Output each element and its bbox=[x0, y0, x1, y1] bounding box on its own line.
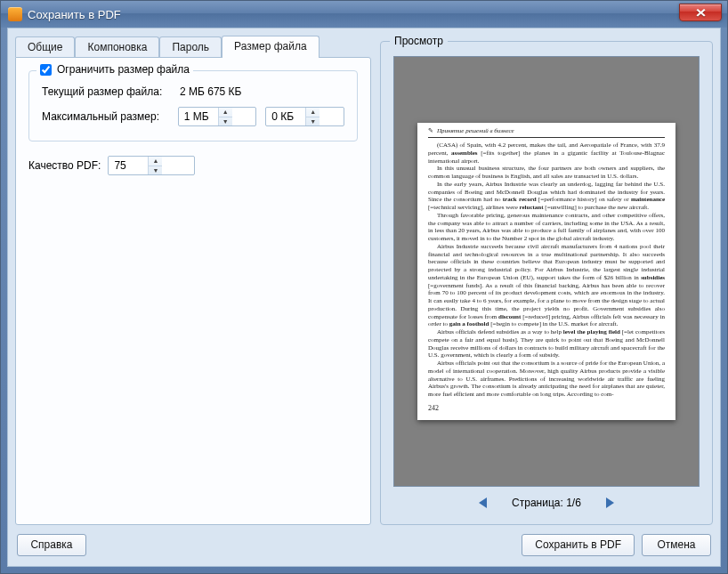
spinner-down-icon[interactable]: ▼ bbox=[306, 117, 320, 126]
max-size-label: Максимальный размер: bbox=[42, 110, 178, 123]
client-area: Общие Компоновка Пароль Размер файла Огр… bbox=[7, 28, 721, 567]
preview-viewport[interactable]: Принятие решений в бизнесе (CASA) of Spa… bbox=[393, 56, 700, 487]
page-indicator: Страница: 1/6 bbox=[512, 497, 581, 509]
tab-general[interactable]: Общие bbox=[15, 36, 75, 57]
preview-page-number: 242 bbox=[428, 404, 665, 413]
max-size-kb-spinner[interactable]: 0 КБ ▲ ▼ bbox=[265, 107, 344, 126]
tab-page-filesize: Ограничить размер файла Текущий размер ф… bbox=[15, 57, 371, 525]
prev-page-button[interactable] bbox=[479, 497, 487, 508]
spinner-up-icon[interactable]: ▲ bbox=[219, 108, 232, 117]
tab-filesize[interactable]: Размер файла bbox=[222, 36, 320, 58]
pdf-quality-spinner[interactable]: 75 ▲ ▼ bbox=[108, 156, 195, 175]
tab-password[interactable]: Пароль bbox=[159, 36, 222, 57]
max-size-mb-value: 1 МБ bbox=[179, 108, 218, 125]
spinner-up-icon[interactable]: ▲ bbox=[306, 108, 320, 117]
current-size-value: 2 МБ 675 КБ bbox=[180, 85, 241, 98]
dialog-window: Сохранить в PDF ✕ Общие Компоновка Парол… bbox=[0, 0, 728, 574]
current-size-label: Текущий размер файла: bbox=[42, 85, 180, 98]
close-icon: ✕ bbox=[694, 6, 706, 20]
title-bar[interactable]: Сохранить в PDF ✕ bbox=[1, 1, 727, 28]
tab-layout[interactable]: Компоновка bbox=[75, 36, 159, 57]
spinner-down-icon[interactable]: ▼ bbox=[149, 166, 162, 175]
preview-page: Принятие решений в бизнесе (CASA) of Spa… bbox=[417, 123, 675, 420]
close-button[interactable]: ✕ bbox=[679, 4, 722, 21]
spinner-down-icon[interactable]: ▼ bbox=[219, 117, 232, 126]
tab-strip: Общие Компоновка Пароль Размер файла bbox=[15, 36, 371, 57]
app-icon bbox=[8, 7, 22, 21]
limit-filesize-group: Ограничить размер файла Текущий размер ф… bbox=[28, 70, 358, 141]
help-button[interactable]: Справка bbox=[17, 534, 86, 556]
window-title: Сохранить в PDF bbox=[28, 8, 121, 21]
pdf-quality-label: Качество PDF: bbox=[28, 159, 101, 172]
spinner-up-icon[interactable]: ▲ bbox=[149, 157, 162, 166]
dialog-footer: Справка Сохранить в PDF Отмена bbox=[8, 529, 720, 566]
next-page-button[interactable] bbox=[606, 497, 614, 508]
save-pdf-button[interactable]: Сохранить в PDF bbox=[522, 534, 635, 556]
max-size-kb-value: 0 КБ bbox=[266, 108, 305, 125]
max-size-mb-spinner[interactable]: 1 МБ ▲ ▼ bbox=[178, 107, 257, 126]
limit-filesize-legend: Ограничить размер файла bbox=[57, 63, 190, 76]
preview-legend: Просмотр bbox=[390, 35, 448, 47]
preview-running-head: Принятие решений в бизнесе bbox=[428, 127, 665, 135]
limit-filesize-checkbox[interactable] bbox=[40, 64, 52, 76]
pdf-quality-value: 75 bbox=[109, 157, 148, 174]
preview-group: Просмотр Принятие решений в бизнесе (CAS… bbox=[380, 41, 713, 525]
page-navigator: Страница: 1/6 bbox=[393, 490, 700, 515]
cancel-button[interactable]: Отмена bbox=[642, 534, 711, 556]
